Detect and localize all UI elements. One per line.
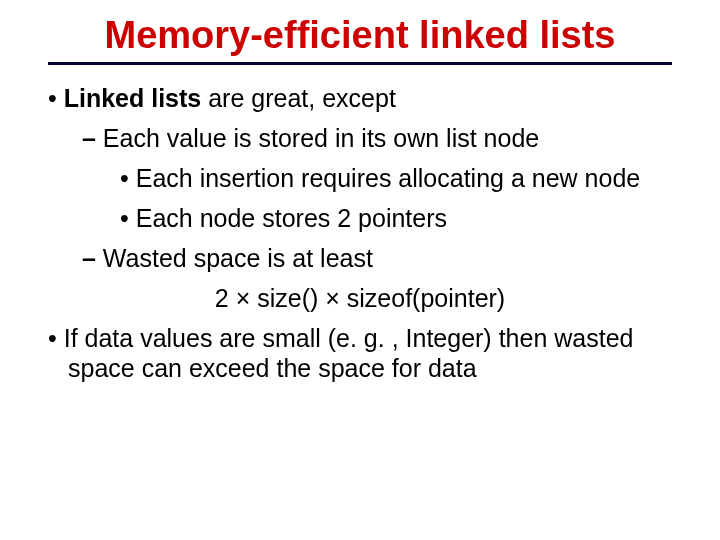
bullet-text: If data values are small (e. g. , Intege… [64,324,634,382]
subsubbullet-insertion: • Each insertion requires allocating a n… [120,163,672,193]
bullet-glyph: • [120,204,129,232]
bullet-text: are great, except [201,84,396,112]
dash-glyph: – [82,124,96,152]
bullet-text-bold: Linked lists [64,84,202,112]
subbullet-wasted-space: – Wasted space is at least [82,243,672,273]
subbullet-text: Each value is stored in its own list nod… [103,124,539,152]
bullet-glyph: • [120,164,129,192]
formula-line: 2 × size() × sizeof(pointer) [48,283,672,313]
bullet-glyph: • [48,324,57,352]
bullet-small-values: • If data values are small (e. g. , Inte… [48,323,672,383]
slide: Memory-efficient linked lists • Linked l… [0,0,720,540]
subsubbullet-text: Each node stores 2 pointers [136,204,447,232]
subsubbullet-pointers: • Each node stores 2 pointers [120,203,672,233]
bullet-glyph: • [48,84,57,112]
title-underline [48,62,672,65]
bullet-linked-lists: • Linked lists are great, except [48,83,672,113]
slide-title: Memory-efficient linked lists [48,14,672,58]
subsubbullet-text: Each insertion requires allocating a new… [136,164,640,192]
dash-glyph: – [82,244,96,272]
subbullet-text: Wasted space is at least [103,244,373,272]
subbullet-each-value: – Each value is stored in its own list n… [82,123,672,153]
